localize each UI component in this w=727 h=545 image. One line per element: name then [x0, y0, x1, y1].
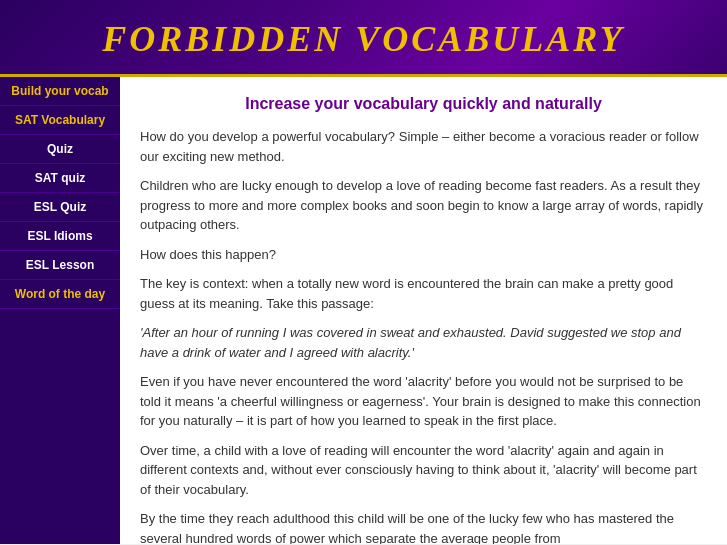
- site-title: FORBIDDEN VOCABULARY: [10, 18, 717, 60]
- sidebar-item-3[interactable]: SAT quiz: [0, 164, 120, 193]
- sidebar-item-4[interactable]: ESL Quiz: [0, 193, 120, 222]
- nav-list: Build your vocabSAT VocabularyQuizSAT qu…: [0, 77, 120, 309]
- paragraph-1: Children who are lucky enough to develop…: [140, 176, 707, 235]
- sidebar-link-7[interactable]: Word of the day: [0, 280, 120, 309]
- main-layout: Build your vocabSAT VocabularyQuizSAT qu…: [0, 77, 727, 544]
- sidebar-link-6[interactable]: ESL Lesson: [0, 251, 120, 280]
- sidebar-item-7[interactable]: Word of the day: [0, 280, 120, 309]
- paragraph-0: How do you develop a powerful vocabulary…: [140, 127, 707, 166]
- paragraph-2: How does this happen?: [140, 245, 707, 265]
- paragraph-3: The key is context: when a totally new w…: [140, 274, 707, 313]
- sidebar-item-0[interactable]: Build your vocab: [0, 77, 120, 106]
- main-content: Increase your vocabulary quickly and nat…: [120, 77, 727, 544]
- paragraph-7: By the time they reach adulthood this ch…: [140, 509, 707, 544]
- paragraph-4: 'After an hour of running I was covered …: [140, 323, 707, 362]
- sidebar-link-0[interactable]: Build your vocab: [0, 77, 120, 106]
- sidebar-link-3[interactable]: SAT quiz: [0, 164, 120, 193]
- sidebar-link-5[interactable]: ESL Idioms: [0, 222, 120, 251]
- sidebar-link-1[interactable]: SAT Vocabulary: [0, 106, 120, 135]
- sidebar-item-1[interactable]: SAT Vocabulary: [0, 106, 120, 135]
- sidebar: Build your vocabSAT VocabularyQuizSAT qu…: [0, 77, 120, 544]
- content-heading: Increase your vocabulary quickly and nat…: [140, 95, 707, 113]
- sidebar-item-6[interactable]: ESL Lesson: [0, 251, 120, 280]
- paragraph-6: Over time, a child with a love of readin…: [140, 441, 707, 500]
- sidebar-item-5[interactable]: ESL Idioms: [0, 222, 120, 251]
- paragraphs-container: How do you develop a powerful vocabulary…: [140, 127, 707, 544]
- sidebar-item-2[interactable]: Quiz: [0, 135, 120, 164]
- sidebar-link-2[interactable]: Quiz: [0, 135, 120, 164]
- site-header: FORBIDDEN VOCABULARY: [0, 0, 727, 77]
- paragraph-5: Even if you have never encountered the w…: [140, 372, 707, 431]
- sidebar-link-4[interactable]: ESL Quiz: [0, 193, 120, 222]
